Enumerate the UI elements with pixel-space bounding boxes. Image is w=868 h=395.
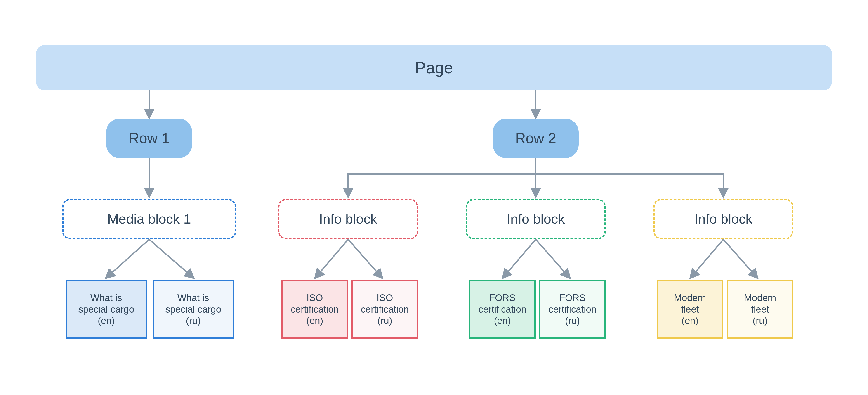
page-node: Page [36,45,832,90]
info-block-node-3: Info block [653,199,794,239]
row-node-2: Row 2 [493,119,579,158]
leaf-label: Modernfleet(en) [674,292,706,326]
svg-line-10 [723,239,757,278]
leaf-iso-en: ISOcertification(en) [281,280,348,339]
svg-line-7 [503,239,536,278]
row-node-1: Row 1 [106,119,192,158]
svg-line-9 [690,239,723,278]
leaf-label: Modernfleet(ru) [744,292,776,326]
info-block-node-2: Info block [466,199,606,239]
leaf-iso-ru: ISOcertification(ru) [351,280,418,339]
info-block-node-1: Info block [278,199,418,239]
leaf-label: ISOcertification(en) [291,292,339,326]
leaf-label: FORScertification(ru) [548,292,596,326]
leaf-special-cargo-ru: What isspecial cargo(ru) [153,280,234,339]
leaf-label: What isspecial cargo(en) [78,292,134,326]
block-label: Info block [319,211,377,227]
svg-line-3 [106,239,149,278]
svg-line-4 [149,239,193,278]
leaf-special-cargo-en: What isspecial cargo(en) [66,280,147,339]
media-block-node: Media block 1 [62,199,236,239]
block-label: Info block [694,211,752,227]
block-label: Media block 1 [107,211,191,227]
leaf-fors-ru: FORScertification(ru) [539,280,606,339]
svg-line-6 [348,239,382,278]
svg-line-8 [536,239,569,278]
leaf-fleet-ru: Modernfleet(ru) [727,280,794,339]
leaf-label: ISOcertification(ru) [361,292,409,326]
leaf-label: What isspecial cargo(ru) [165,292,221,326]
leaf-label: FORScertification(en) [478,292,526,326]
block-label: Info block [507,211,565,227]
row-label: Row 2 [515,130,556,147]
page-label: Page [415,58,453,77]
svg-line-5 [315,239,348,278]
leaf-fors-en: FORScertification(en) [469,280,536,339]
row-label: Row 1 [129,130,169,147]
leaf-fleet-en: Modernfleet(en) [657,280,723,339]
diagram-canvas: Page Row 1 Row 2 Media block 1 Info bloc… [0,0,868,395]
